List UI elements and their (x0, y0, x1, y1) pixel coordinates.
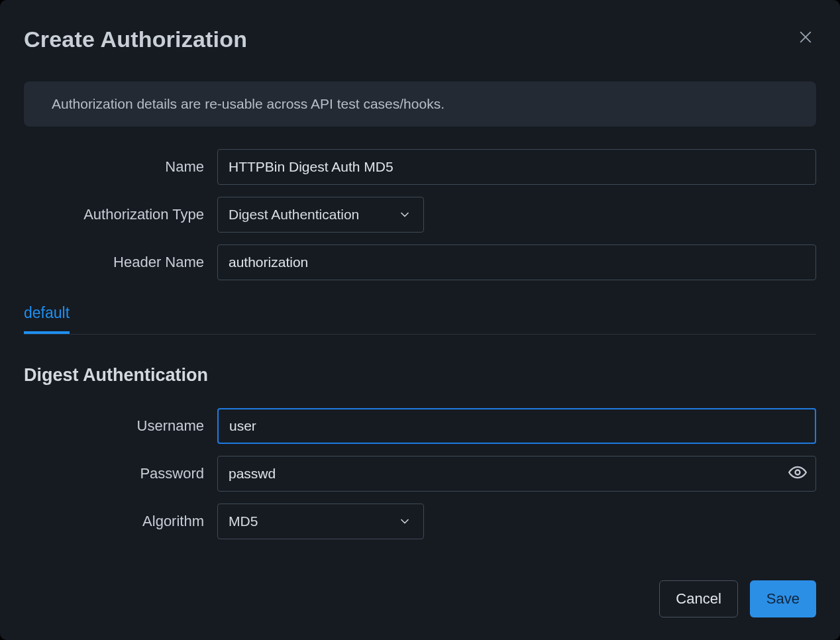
header-name-label: Header Name (24, 254, 217, 271)
chevron-down-icon (398, 208, 411, 221)
row-name: Name (24, 149, 816, 185)
close-icon (798, 30, 813, 47)
save-button[interactable]: Save (750, 580, 816, 617)
row-password: Password (24, 456, 816, 492)
row-username: Username (24, 408, 816, 444)
section-title: Digest Authentication (24, 365, 816, 386)
tab-default[interactable]: default (24, 304, 70, 334)
dialog-footer: Cancel Save (659, 580, 816, 617)
algorithm-value: MD5 (229, 513, 258, 529)
row-header-name: Header Name (24, 244, 816, 280)
algorithm-select[interactable]: MD5 (217, 504, 424, 539)
info-banner: Authorization details are re-usable acro… (24, 81, 816, 127)
algorithm-label: Algorithm (24, 513, 217, 530)
svg-point-2 (796, 470, 800, 475)
password-input[interactable] (217, 456, 816, 492)
username-label: Username (24, 417, 217, 435)
username-input[interactable] (217, 408, 816, 444)
password-label: Password (24, 465, 217, 482)
row-auth-type: Authorization Type Digest Authentication (24, 197, 816, 233)
auth-type-value: Digest Authentication (229, 207, 359, 223)
cancel-label: Cancel (676, 590, 721, 608)
dialog-header: Create Authorization (24, 27, 816, 52)
name-label: Name (24, 158, 217, 176)
row-algorithm: Algorithm MD5 (24, 504, 816, 539)
auth-type-select[interactable]: Digest Authentication (217, 197, 424, 233)
name-input[interactable] (217, 149, 816, 185)
header-name-input[interactable] (217, 244, 816, 280)
cancel-button[interactable]: Cancel (659, 580, 737, 617)
close-button[interactable] (798, 30, 814, 46)
dialog-title: Create Authorization (24, 27, 247, 52)
save-label: Save (766, 590, 800, 608)
eye-icon (788, 463, 807, 484)
tabs: default (24, 304, 816, 335)
create-authorization-dialog: Create Authorization Authorization detai… (0, 0, 840, 640)
auth-type-label: Authorization Type (24, 206, 217, 223)
chevron-down-icon (398, 515, 411, 528)
toggle-password-visibility[interactable] (788, 464, 807, 483)
